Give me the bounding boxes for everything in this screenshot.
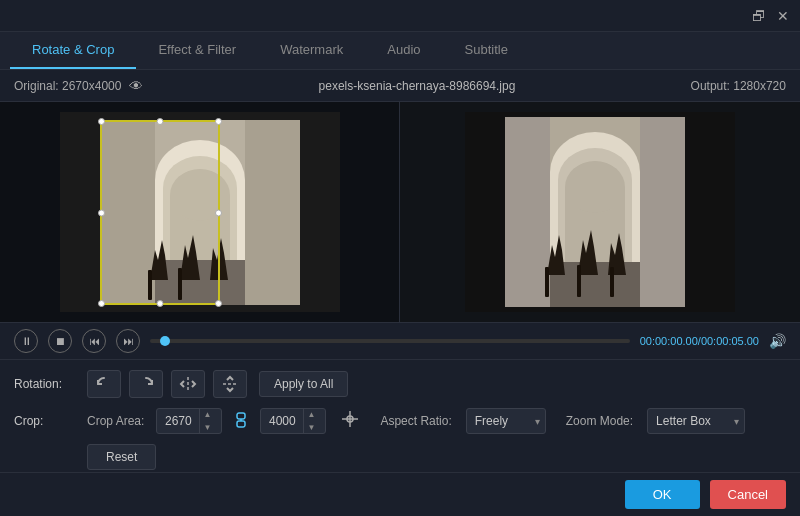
svg-rect-22 [545,267,549,297]
svg-rect-9 [245,120,300,305]
height-arrows: ▲ ▼ [303,408,318,434]
zoom-mode-select[interactable]: Letter Box Pan & Scan Full [647,408,745,434]
output-svg [505,117,685,307]
title-bar: 🗗 ✕ [0,0,800,32]
volume-icon[interactable]: 🔊 [769,333,786,349]
title-buttons: 🗗 ✕ [750,7,792,25]
width-up-button[interactable]: ▲ [200,408,214,421]
minimize-button[interactable]: 🗗 [750,7,768,25]
tab-watermark[interactable]: Watermark [258,32,365,69]
crop-area-label: Crop Area: [87,414,144,428]
svg-rect-20 [505,117,550,307]
width-arrows: ▲ ▼ [199,408,214,434]
crop-width-input[interactable] [157,414,199,428]
preview-canvas-right [465,112,735,312]
width-down-button[interactable]: ▼ [200,421,214,434]
preview-left [0,102,400,322]
cancel-button[interactable]: Cancel [710,480,786,509]
svg-rect-23 [577,265,581,297]
tab-subtitle[interactable]: Subtitle [443,32,530,69]
original-label: Original: 2670x4000 [14,79,121,93]
reset-row: Reset [14,444,786,470]
svg-rect-21 [640,117,685,307]
next-icon: ⏭ [123,335,134,347]
zoom-mode-label: Zoom Mode: [566,414,633,428]
crop-width-input-wrap: ▲ ▼ [156,408,222,434]
preview-area [0,102,800,322]
preview-canvas-left [60,112,340,312]
next-button[interactable]: ⏭ [116,329,140,353]
stop-icon: ⏹ [55,335,66,347]
link-chain-icon [234,411,248,429]
flip-horizontal-button[interactable] [171,370,205,398]
filename-label: pexels-ksenia-chernaya-8986694.jpg [319,79,516,93]
svg-rect-8 [100,120,155,305]
link-icon [234,411,248,432]
crop-height-input[interactable] [261,414,303,428]
info-bar: Original: 2670x4000 👁 pexels-ksenia-cher… [0,70,800,102]
tab-audio[interactable]: Audio [365,32,442,69]
preview-right [400,102,800,322]
crop-height-input-wrap: ▲ ▼ [260,408,326,434]
timeline-track[interactable] [150,339,630,343]
original-info: Original: 2670x4000 👁 [14,78,143,94]
close-button[interactable]: ✕ [774,7,792,25]
pause-button[interactable]: ⏸ [14,329,38,353]
time-current: 00:00:00.00 [640,335,698,347]
svg-rect-28 [237,421,245,427]
rotate-left-icon [95,375,113,393]
svg-point-6 [170,169,230,221]
height-up-button[interactable]: ▲ [304,408,318,421]
output-label: Output: 1280x720 [691,79,786,93]
flip-vertical-button[interactable] [213,370,247,398]
crop-label: Crop: [14,414,79,428]
bottom-bar: OK Cancel [0,472,800,516]
center-icon [340,409,360,429]
controls-area: Rotation: [0,360,800,490]
aspect-ratio-select-wrap: Freely 16:9 4:3 1:1 9:16 ▾ [466,408,546,434]
eye-icon[interactable]: 👁 [129,78,143,94]
tabs-bar: Rotate & Crop Effect & Filter Watermark … [0,32,800,70]
aspect-ratio-label: Aspect Ratio: [380,414,451,428]
tab-rotate-crop[interactable]: Rotate & Crop [10,32,136,69]
rotate-right-icon [137,375,155,393]
center-crop-icon[interactable] [340,409,360,433]
stop-button[interactable]: ⏹ [48,329,72,353]
apply-all-button[interactable]: Apply to All [259,371,348,397]
reset-button[interactable]: Reset [87,444,156,470]
svg-rect-27 [237,413,245,419]
time-total: 00:00:05.00 [701,335,759,347]
svg-point-18 [565,161,625,213]
flip-h-icon [179,375,197,393]
prev-button[interactable]: ⏮ [82,329,106,353]
svg-rect-24 [610,267,614,297]
photo-svg [100,120,300,305]
rotate-right-button[interactable] [129,370,163,398]
aspect-ratio-select[interactable]: Freely 16:9 4:3 1:1 9:16 [466,408,546,434]
height-down-button[interactable]: ▼ [304,421,318,434]
playback-bar: ⏸ ⏹ ⏮ ⏭ 00:00:00.00/00:00:05.00 🔊 [0,322,800,360]
rotate-left-button[interactable] [87,370,121,398]
rotation-row: Rotation: [14,370,786,398]
rotation-label: Rotation: [14,377,79,391]
photo-area [100,120,300,305]
prev-icon: ⏮ [89,335,100,347]
tab-effect-filter[interactable]: Effect & Filter [136,32,258,69]
svg-rect-10 [148,270,152,300]
time-display: 00:00:00.00/00:00:05.00 [640,335,759,347]
zoom-mode-select-wrap: Letter Box Pan & Scan Full ▾ [647,408,745,434]
svg-rect-11 [178,268,182,300]
crop-row: Crop: Crop Area: ▲ ▼ ▲ ▼ [14,408,786,434]
preview-output [505,117,685,307]
flip-v-icon [221,375,239,393]
timeline-thumb[interactable] [160,336,170,346]
ok-button[interactable]: OK [625,480,700,509]
pause-icon: ⏸ [21,335,32,347]
